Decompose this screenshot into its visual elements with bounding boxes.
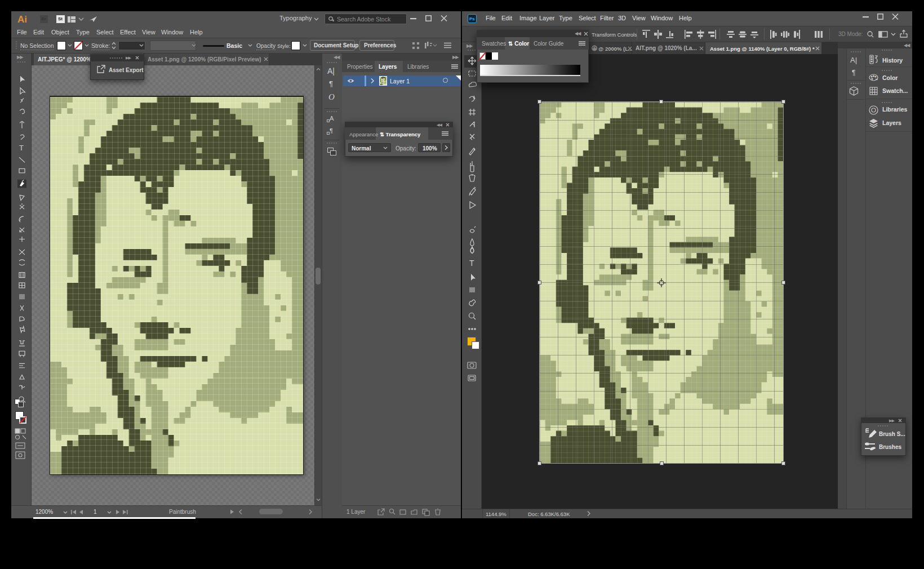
svg-text:T: T (19, 145, 24, 152)
svg-text:T: T (469, 259, 474, 268)
